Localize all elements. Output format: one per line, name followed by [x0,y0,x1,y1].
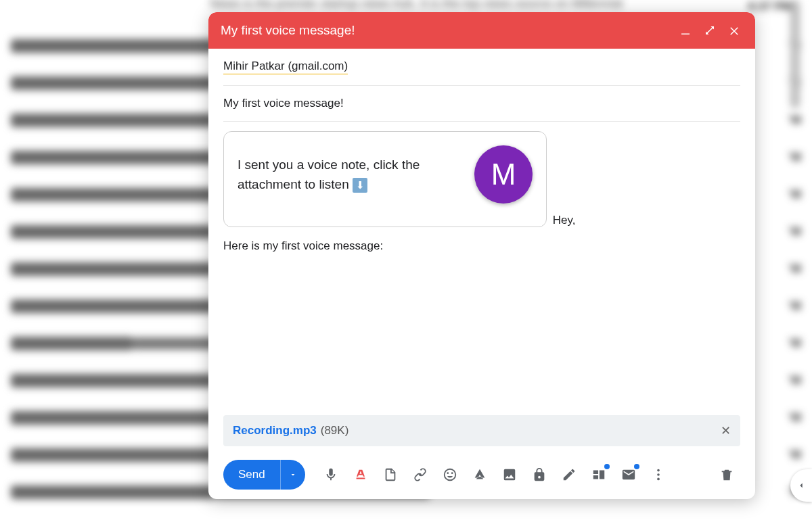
bg-time-first: 6:37 PM [748,0,792,14]
insert-link-icon[interactable] [407,461,434,488]
compose-window: My first voice message! Mihir Patkar (gm… [208,12,755,499]
attachment-chip[interactable]: Recording.mp3 (89K) ✕ [223,415,740,446]
attach-file-icon[interactable] [377,461,404,488]
svg-point-2 [657,473,660,476]
templates-icon[interactable] [585,461,612,488]
minimize-button[interactable] [677,22,694,39]
bg-headline: News is the premier startup news hub. It… [210,0,623,11]
voice-record-icon[interactable] [317,461,344,488]
close-button[interactable] [725,22,743,39]
attachment-size: (89K) [321,424,349,437]
emoji-icon[interactable] [436,461,464,488]
body-line: Here is my first voice message: [223,239,740,253]
compose-header[interactable]: My first voice message! [208,12,755,49]
body-inline-text: Hey, [553,214,576,227]
schedule-send-icon[interactable] [615,461,642,488]
formatting-icon[interactable] [347,461,374,488]
voice-note-card: I sent you a voice note, click the attac… [223,131,547,227]
signature-icon[interactable] [556,461,583,488]
send-button-group: Send [223,460,305,490]
discard-draft-icon[interactable] [713,461,740,488]
insert-image-icon[interactable] [496,461,523,488]
compose-toolbar: Send [208,453,755,499]
compose-title: My first voice message! [221,23,670,38]
more-options-icon[interactable] [645,461,672,488]
drive-icon[interactable] [466,461,493,488]
sender-avatar: M [474,145,533,204]
attachment-remove-icon[interactable]: ✕ [721,423,731,438]
scrollbar[interactable] [790,0,800,108]
note-card-text: I sent you a voice note, click the attac… [238,155,454,195]
svg-point-3 [657,478,660,481]
down-arrow-icon: ⬇ [353,178,367,193]
send-options-button[interactable] [280,460,305,490]
send-button[interactable]: Send [223,460,280,490]
recipients-field[interactable]: Mihir Patkar (gmail.com) [223,49,740,86]
fullscreen-button[interactable] [701,22,719,39]
confidential-mode-icon[interactable] [526,461,553,488]
recipient-chip[interactable]: Mihir Patkar (gmail.com) [223,60,348,74]
attachment-name[interactable]: Recording.mp3 [233,424,317,437]
svg-point-1 [657,469,660,472]
compose-body[interactable]: I sent you a voice note, click the attac… [208,122,755,415]
subject-field[interactable]: My first voice message! [223,86,740,122]
svg-rect-0 [681,34,690,35]
